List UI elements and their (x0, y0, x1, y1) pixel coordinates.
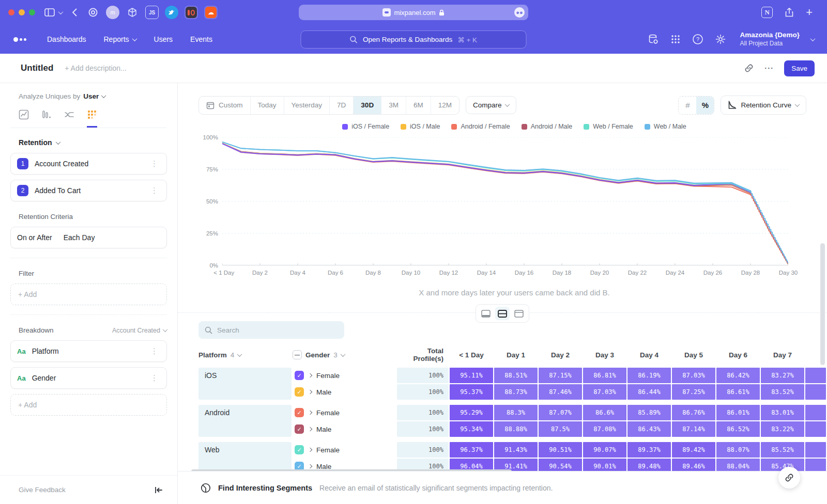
address-bar[interactable]: mixpanel.com ●● (299, 5, 528, 20)
platform-column-header[interactable]: Platform4 (198, 351, 292, 359)
legend-item-web-female[interactable]: Web / Female (584, 123, 633, 130)
retention-step-1[interactable]: 1 Account Created ⋮ (10, 153, 167, 175)
range-button-yesterday[interactable]: Yesterday (284, 97, 330, 114)
range-button-30d[interactable]: 30D (354, 97, 381, 114)
retention-value-cell[interactable]: 83.01% (761, 405, 804, 420)
breakdown-scope-select[interactable]: Account Created (112, 327, 167, 334)
tab-flows[interactable] (64, 109, 74, 128)
js-tab-icon[interactable]: JS (145, 6, 159, 19)
retention-value-cell[interactable]: 83.27% (761, 368, 804, 383)
global-search[interactable]: Open Reports & Dashboards ⌘ + K (301, 30, 527, 49)
breakdown-platform[interactable]: Aa Platform ⋮ (10, 340, 167, 362)
retention-value-cell[interactable]: 86.01% (716, 405, 760, 420)
tab-retention[interactable] (87, 109, 97, 128)
expand-row-icon[interactable] (308, 448, 312, 452)
retention-value-cell[interactable]: 88.51% (494, 368, 538, 383)
new-tab-icon[interactable]: + (806, 7, 813, 18)
retention-value-cell[interactable]: 86.43% (627, 421, 671, 437)
legend-item-ios-male[interactable]: iOS / Male (401, 123, 440, 130)
retention-value-cell[interactable]: 85.89% (627, 405, 671, 420)
chart-plot-area[interactable] (222, 137, 788, 265)
expand-row-icon[interactable] (308, 390, 312, 394)
range-button-6m[interactable]: 6M (406, 97, 431, 114)
collapse-sidebar-icon[interactable] (155, 486, 163, 494)
legend-item-android-female[interactable]: Android / Female (451, 123, 510, 130)
range-button-custom[interactable]: Custom (199, 97, 251, 114)
add-breakdown-button[interactable]: + Add (10, 394, 167, 416)
retention-value-cell[interactable]: 87.15% (539, 368, 582, 383)
soundcloud-tab-icon[interactable]: ☁ (204, 6, 218, 19)
retention-value-cell[interactable]: 83.22% (761, 421, 804, 437)
more-options-icon[interactable]: ⋯ (764, 62, 774, 74)
split-layout-icon[interactable] (495, 307, 510, 320)
retention-value-cell[interactable]: 89.48% (627, 459, 671, 471)
nav-item-events[interactable]: Events (190, 35, 212, 43)
share-icon[interactable] (785, 8, 793, 17)
zoom-window-button[interactable] (29, 9, 35, 15)
absolute-numbers-toggle[interactable]: # (679, 97, 696, 114)
calendar-dark-tab-icon[interactable] (185, 6, 198, 19)
report-title[interactable]: Untitled (21, 63, 53, 73)
mixpanel-logo[interactable] (13, 37, 26, 42)
retention-value-cell[interactable]: 87.25% (672, 384, 715, 400)
table-focus-layout-icon[interactable] (512, 307, 526, 320)
bird-tab-icon[interactable] (165, 6, 178, 19)
retention-criteria-card[interactable]: On or After Each Day (10, 227, 167, 248)
retention-value-cell[interactable]: 90.51% (539, 442, 582, 458)
retention-value-cell[interactable]: 86.6% (583, 405, 626, 420)
select-all-checkbox[interactable]: — (293, 350, 302, 359)
add-filter-button[interactable]: + Add (10, 284, 167, 305)
help-icon[interactable]: ? (692, 34, 703, 45)
retention-value-cell[interactable]: 89.42% (672, 442, 715, 458)
save-button[interactable]: Save (784, 60, 815, 76)
retention-value-cell[interactable]: 88.3% (494, 405, 538, 420)
retention-value-cell[interactable]: 95.11% (450, 368, 493, 383)
avatar-m-tab-icon[interactable]: m (106, 6, 119, 19)
range-button-7d[interactable]: 7D (330, 97, 354, 114)
retention-value-cell[interactable]: 87.03% (583, 384, 626, 400)
apps-grid-icon[interactable] (670, 34, 681, 44)
retention-value-cell[interactable]: 88.88% (494, 421, 538, 437)
step-menu-icon[interactable]: ⋮ (148, 185, 160, 196)
retention-value-cell[interactable]: 83.52% (761, 384, 804, 400)
step-menu-icon[interactable]: ⋮ (148, 158, 160, 169)
retention-value-cell[interactable]: 86.76% (672, 405, 715, 420)
retention-value-cell[interactable]: 90.01% (583, 459, 626, 471)
nav-item-dashboards[interactable]: Dashboards (47, 35, 86, 43)
retention-section-title[interactable]: Retention (19, 138, 167, 147)
retention-value-cell[interactable]: 86.81% (583, 368, 626, 383)
retention-value-cell[interactable]: 85.52% (761, 442, 804, 458)
window-controls[interactable] (8, 9, 35, 15)
legend-item-ios-female[interactable]: iOS / Female (342, 123, 389, 130)
retention-step-2[interactable]: 2 Added To Cart ⋮ (10, 180, 167, 201)
share-link-fab[interactable] (778, 467, 800, 489)
retention-value-cell[interactable]: 88.07% (716, 442, 760, 458)
vertical-scrollbar[interactable] (820, 243, 825, 365)
expand-row-icon[interactable] (308, 427, 312, 431)
close-window-button[interactable] (8, 9, 14, 15)
range-button-today[interactable]: Today (251, 97, 284, 114)
range-button-12m[interactable]: 12M (431, 97, 459, 114)
retention-value-cell[interactable]: 86.42% (716, 368, 760, 383)
breakdown-gender[interactable]: Aa Gender ⋮ (10, 367, 167, 389)
breakdown-menu-icon[interactable]: ⋮ (148, 345, 160, 357)
analyze-entity-select[interactable]: User (83, 92, 105, 100)
criteria-interval[interactable]: Each Day (64, 233, 95, 242)
series-checkbox[interactable]: ✓ (295, 387, 304, 397)
retention-value-cell[interactable]: 86.19% (627, 368, 671, 383)
minimize-window-button[interactable] (19, 9, 25, 15)
chart-type-select[interactable]: Retention Curve (721, 96, 806, 115)
copy-link-icon[interactable] (744, 64, 754, 73)
table-search[interactable] (198, 321, 344, 339)
retention-value-cell[interactable]: 89.46% (672, 459, 715, 471)
retention-value-cell[interactable]: 96.37% (450, 442, 493, 458)
nav-item-users[interactable]: Users (154, 35, 173, 43)
retention-value-cell[interactable]: 88.04% (716, 459, 760, 471)
series-checkbox[interactable]: ✓ (295, 445, 304, 454)
retention-value-cell[interactable]: 95.37% (450, 384, 493, 400)
retention-value-cell[interactable]: 87.08% (583, 421, 626, 437)
series-checkbox[interactable]: ✓ (295, 371, 304, 380)
retention-value-cell[interactable]: 95.29% (450, 405, 493, 420)
legend-item-android-male[interactable]: Android / Male (522, 123, 573, 130)
cube-tab-icon[interactable] (126, 6, 139, 19)
